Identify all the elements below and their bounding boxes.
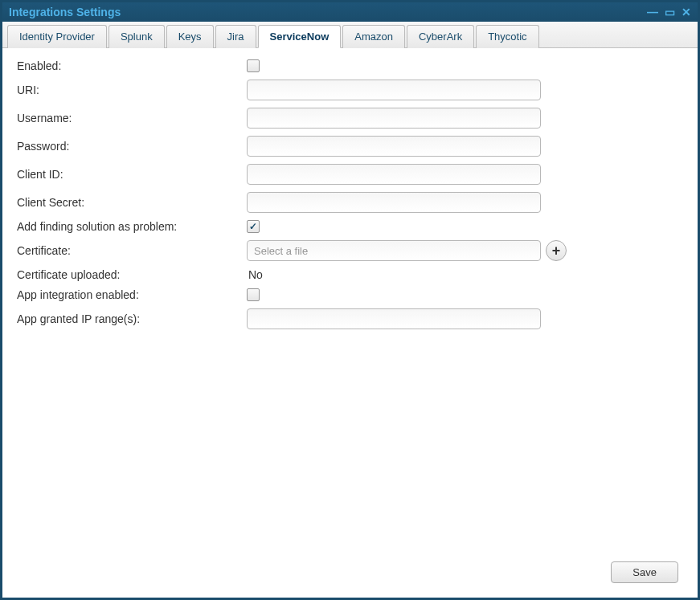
- form-area: Enabled: URI: Username: Password:: [14, 59, 686, 555]
- tab-splunk[interactable]: Splunk: [108, 25, 165, 48]
- input-username[interactable]: [247, 108, 541, 129]
- label-certificate: Certificate:: [14, 244, 247, 257]
- checkbox-enabled[interactable]: [247, 59, 260, 72]
- label-add-finding: Add finding solution as problem:: [14, 220, 247, 233]
- content-area: Enabled: URI: Username: Password:: [2, 48, 698, 598]
- label-enabled: Enabled:: [14, 59, 247, 72]
- tab-cyberark[interactable]: CyberArk: [407, 25, 474, 48]
- titlebar: Integrations Settings — ▭ ✕: [2, 2, 698, 22]
- input-app-granted-ip[interactable]: [247, 308, 541, 329]
- input-client-secret[interactable]: [247, 192, 541, 213]
- value-certificate-uploaded: No: [247, 268, 263, 281]
- footer: Save: [14, 555, 686, 591]
- window-title: Integrations Settings: [9, 6, 121, 18]
- input-client-id[interactable]: [247, 164, 541, 185]
- tab-thycotic[interactable]: Thycotic: [476, 25, 538, 48]
- tab-servicenow[interactable]: ServiceNow: [258, 25, 342, 48]
- add-certificate-button[interactable]: +: [546, 240, 567, 261]
- label-certificate-uploaded: Certificate uploaded:: [14, 268, 247, 281]
- minimize-icon[interactable]: —: [647, 6, 658, 18]
- input-password[interactable]: [247, 136, 541, 157]
- label-uri: URI:: [14, 84, 247, 96]
- label-password: Password:: [14, 140, 247, 153]
- plus-icon: +: [552, 243, 561, 258]
- tab-keys[interactable]: Keys: [166, 25, 214, 48]
- save-button[interactable]: Save: [611, 561, 678, 583]
- input-uri[interactable]: [247, 80, 541, 100]
- label-app-integration-enabled: App integration enabled:: [14, 288, 247, 301]
- label-client-secret: Client Secret:: [14, 196, 247, 209]
- checkbox-add-finding[interactable]: [247, 220, 260, 233]
- tab-amazon[interactable]: Amazon: [342, 25, 405, 48]
- maximize-icon[interactable]: ▭: [665, 6, 675, 18]
- window-controls: — ▭ ✕: [647, 6, 691, 18]
- input-certificate[interactable]: [247, 240, 541, 261]
- tab-jira[interactable]: Jira: [215, 25, 256, 48]
- tabs-bar: Identity Provider Splunk Keys Jira Servi…: [2, 22, 698, 48]
- integrations-settings-window: Integrations Settings — ▭ ✕ Identity Pro…: [0, 0, 700, 600]
- label-client-id: Client ID:: [14, 168, 247, 181]
- close-icon[interactable]: ✕: [682, 6, 691, 18]
- checkbox-app-integration-enabled[interactable]: [247, 288, 260, 301]
- tab-identity-provider[interactable]: Identity Provider: [7, 25, 107, 48]
- label-username: Username:: [14, 112, 247, 124]
- label-app-granted-ip: App granted IP range(s):: [14, 312, 247, 325]
